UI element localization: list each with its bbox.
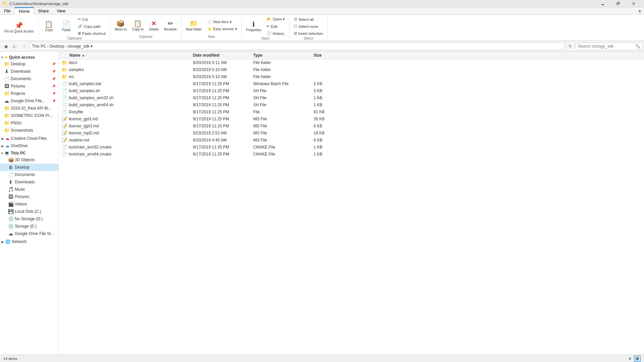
tab-share[interactable]: Share (34, 7, 53, 15)
onedrive-expand-icon: ▶ (1, 144, 4, 148)
breadcrumb-thispc[interactable]: This PC (32, 44, 46, 49)
sidebar-item-local-disk-c[interactable]: 💾 Local Disk (C:) (0, 208, 58, 215)
table-row[interactable]: 📝 readme.md 9/20/2019 4:45 AM MD File 6 … (59, 137, 644, 144)
close-button[interactable]: ✕ (626, 0, 641, 7)
sidebar-section-onedrive[interactable]: ▶ ☁ OneDrive (0, 141, 58, 149)
column-name[interactable]: Name ▲ (59, 53, 193, 58)
history-button[interactable]: 🕐 History (264, 30, 287, 37)
table-row[interactable]: 📝 license_mpl2.md 5/23/2019 2:52 AM MD F… (59, 130, 644, 137)
table-row[interactable]: 📄 Doxyfile 9/17/2019 11:25 PM File 81 KB (59, 109, 644, 116)
pin-icon: 📌 (52, 70, 56, 73)
sidebar-item-gdrive-thispc[interactable]: ☁ Google Drive File St... (0, 230, 58, 237)
table-row[interactable]: 📁 samples 9/20/2019 5:10 AM File folder (59, 66, 644, 73)
delete-label: Delete (149, 27, 159, 31)
sidebar-item-pngs[interactable]: 📁 PNGs (0, 119, 58, 127)
paste-shortcut-button[interactable]: ⊞ Paste shortcut (75, 30, 108, 37)
sidebar-item-pictures-thispc[interactable]: 🖼 Pictures (0, 193, 58, 200)
table-row[interactable]: 📄 toolchain_arm32.cmake 9/17/2019 11:25 … (59, 144, 644, 151)
sidebar-item-downloads-thispc[interactable]: ⬇ Downloads (0, 178, 58, 186)
sidebar-item-label: Desktop (11, 62, 25, 66)
file-size: 81 KB (314, 110, 347, 114)
search-input[interactable] (578, 44, 635, 49)
videos-icon: 🎬 (8, 201, 13, 207)
sidebar-item-desktop[interactable]: 📁 Desktop 📌 (0, 60, 58, 68)
breadcrumb-folder[interactable]: storage_sdk (68, 44, 90, 49)
minimize-button[interactable]: 🗕 (595, 0, 610, 7)
restore-button[interactable]: 🗗 (610, 0, 626, 7)
properties-button[interactable]: ℹ Properties (244, 17, 264, 36)
sidebar-item-gdrive[interactable]: ☁ Google Drive File... 📌 (0, 97, 58, 105)
pin-quickaccess-button[interactable]: 📌 Pin to Quick access (2, 18, 36, 37)
paste-button[interactable]: 📄 Paste (58, 17, 75, 36)
folder-icon: 📁 (61, 74, 67, 79)
folder-icon: 📁 (4, 61, 9, 67)
pin-icon: 📌 (15, 22, 23, 29)
up-button[interactable]: ↑ (20, 42, 28, 50)
quickaccess-label: Quick access (9, 55, 35, 60)
rename-icon: ✏ (168, 20, 173, 27)
new-item-button[interactable]: 📄 New item ▾ (205, 19, 239, 25)
column-date[interactable]: Date modified (193, 53, 253, 58)
move-to-button[interactable]: 📦 Move to (112, 16, 129, 35)
sidebar-item-label: Storage (E:) (15, 224, 37, 229)
sidebar-item-downloads[interactable]: ⬇ Downloads 📌 (0, 68, 58, 75)
view-list-button[interactable]: ≡ (627, 356, 633, 362)
table-row[interactable]: 📄 build_samples.bat 9/17/2019 11:25 PM W… (59, 80, 644, 87)
ribbon-collapse-button[interactable]: ∧ (636, 7, 644, 14)
back-button[interactable]: ◀ (1, 42, 9, 50)
sidebar-item-pictures[interactable]: 🖼 Pictures 📌 (0, 82, 58, 90)
new-folder-button[interactable]: 📁 New folder (183, 16, 204, 35)
edit-button[interactable]: ✏ Edit (264, 23, 287, 29)
column-type[interactable]: Type (253, 53, 314, 58)
forward-button[interactable]: ▶ (11, 42, 19, 50)
sidebar-section-thispc[interactable]: ▾ 💻 This PC (0, 149, 58, 156)
copy-button[interactable]: 📋 Copy (41, 17, 57, 36)
view-detail-button[interactable]: ⊞ (634, 356, 641, 362)
sidebar-item-documents[interactable]: 📄 Documents 📌 (0, 75, 58, 82)
table-row[interactable]: 📁 src 9/20/2019 5:10 AM File folder (59, 73, 644, 80)
open-button[interactable]: 📂 Open ▾ (264, 16, 287, 22)
paste-shortcut-icon: ⊞ (78, 31, 81, 36)
table-row[interactable]: 📝 license_gpl3.md 9/17/2019 11:25 PM MD … (59, 116, 644, 123)
copy-path-button[interactable]: 🔗 Copy path (75, 23, 108, 29)
sidebar-section-quickaccess[interactable]: ▾ ★ Quick access (0, 53, 58, 60)
folder-icon: 📁 (61, 67, 67, 72)
table-row[interactable]: 📄 build_samples.sh 9/17/2019 11:25 PM SH… (59, 87, 644, 95)
sidebar-item-rest-api[interactable]: 📁 2019-10_Rest API Bl... (0, 105, 58, 112)
copy-label: Copy (45, 28, 53, 32)
tab-home[interactable]: Home (14, 7, 34, 15)
column-size[interactable]: Size (314, 53, 347, 58)
select-all-button[interactable]: ☑ Select all (291, 16, 325, 22)
file-name-cell: 📄 Doxyfile (59, 109, 193, 115)
sidebar-item-screenshots[interactable]: 📁 Screenshots (0, 127, 58, 134)
table-row[interactable]: 📄 build_samples_arm32.sh 9/17/2019 11:25… (59, 95, 644, 102)
cut-button[interactable]: ✂ Cut (75, 16, 108, 22)
sidebar-item-videos[interactable]: 🎬 Videos (0, 200, 58, 208)
table-row[interactable]: 📝 license_lgpl3.md 9/17/2019 11:25 PM MD… (59, 123, 644, 130)
sidebar-item-storage-e[interactable]: 💿 Storage (E:) (0, 223, 58, 230)
easy-access-button[interactable]: ⭐ Easy access ▾ (205, 26, 239, 32)
select-none-button[interactable]: ☐ Select none (291, 23, 325, 29)
tab-file[interactable]: File (0, 7, 14, 15)
sidebar-item-desktop-thispc[interactable]: 🖥 Desktop (0, 164, 58, 171)
sidebar-item-isometric[interactable]: 📁 ISOMETRIC ICON PI... (0, 112, 58, 119)
address-path[interactable]: This PC › Desktop › storage_sdk ▾ (30, 43, 565, 50)
table-row[interactable]: 📄 build_samples_arm64.sh 9/17/2019 11:25… (59, 102, 644, 109)
sidebar-item-documents-thispc[interactable]: 📄 Documents (0, 171, 58, 178)
sidebar-item-nx-storage[interactable]: 💿 Nx Storage (D:) (0, 215, 58, 223)
delete-button[interactable]: ✕ Delete (147, 16, 161, 35)
search-box: 🔍 (576, 43, 643, 50)
sidebar-item-projects[interactable]: 📁 Projects 📌 (0, 90, 58, 97)
rename-button[interactable]: ✏ Rename (162, 16, 179, 35)
invert-selection-button[interactable]: ⇄ Invert selection (291, 30, 325, 37)
breadcrumb-desktop[interactable]: Desktop (50, 44, 64, 49)
refresh-button[interactable]: ↻ (566, 42, 574, 50)
table-row[interactable]: 📄 toolchain_arm64.cmake 9/17/2019 11:25 … (59, 151, 644, 158)
sidebar-section-creative-cloud[interactable]: ▶ ☁ Creative Cloud Files (0, 134, 58, 141)
table-row[interactable]: 📁 docs 9/20/2019 5:11 AM File folder (59, 59, 644, 66)
sidebar-item-music[interactable]: 🎵 Music (0, 186, 58, 193)
sidebar-item-3dobjects[interactable]: 📦 3D Objects (0, 156, 58, 164)
copy-to-button[interactable]: 📋 Copy to (130, 16, 146, 35)
sidebar-section-network[interactable]: ▶ 🌐 Network (0, 237, 58, 245)
tab-view[interactable]: View (53, 7, 69, 15)
